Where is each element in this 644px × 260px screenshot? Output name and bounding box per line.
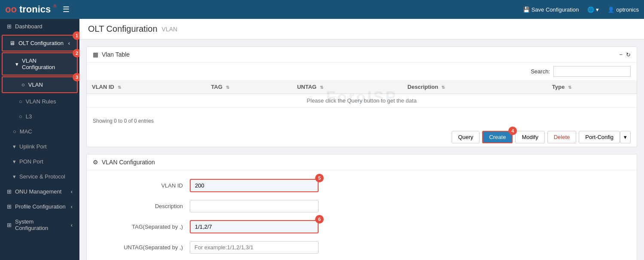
untag-input[interactable] bbox=[190, 241, 319, 254]
sidebar-item-pon-port[interactable]: ▾ PON Port bbox=[0, 154, 79, 169]
uplink-port-expand-icon: ▾ bbox=[13, 143, 16, 150]
pon-port-expand-icon: ▾ bbox=[13, 158, 16, 165]
sidebar-item-service-protocol[interactable]: ▾ Service & Protocol bbox=[0, 169, 79, 184]
sidebar-vlan-config-label: VLAN Configuration bbox=[22, 57, 70, 70]
query-button[interactable]: Query bbox=[452, 131, 480, 143]
vlan-form-header: ⚙ VLAN Configuration bbox=[87, 154, 637, 170]
sidebar-item-l3[interactable]: ○ L3 bbox=[0, 109, 79, 124]
sidebar-item-dashboard-label: Dashboard bbox=[15, 23, 43, 30]
vlan-form-title: VLAN Configuration bbox=[102, 159, 155, 166]
logo-part1: oo bbox=[5, 4, 17, 15]
topbar-left: ootronics® ☰ bbox=[5, 4, 70, 15]
table-empty-row: Please click the Query button to get the… bbox=[87, 94, 637, 108]
badge-1: 1 bbox=[73, 31, 79, 40]
system-icon: ⊞ bbox=[7, 222, 12, 228]
tag-input[interactable] bbox=[190, 220, 319, 233]
sort-untag-icon[interactable]: ⇅ bbox=[320, 85, 323, 90]
vlan-table-title: Vlan Table bbox=[102, 51, 130, 58]
sort-vlan-id-icon[interactable]: ⇅ bbox=[118, 85, 121, 90]
sidebar-profile-label: Profile Configuration bbox=[15, 203, 66, 210]
badge-5: 5 bbox=[315, 174, 324, 182]
vlan-table: VLAN ID ⇅ TAG ⇅ UNTAG ⇅ bbox=[87, 80, 637, 108]
sidebar-onu-label: ONU Management bbox=[15, 188, 61, 195]
badge-3: 3 bbox=[73, 73, 79, 82]
search-input[interactable] bbox=[553, 66, 631, 77]
vlan-id-row: VLAN ID 5 bbox=[104, 179, 620, 192]
col-type: Type ⇅ bbox=[547, 80, 637, 94]
l3-bullet-icon: ○ bbox=[19, 113, 22, 120]
topbar-right: 💾 Save Configuration 🌐 ▾ 👤 optronics bbox=[523, 6, 639, 13]
port-config-button-group: Port-Config ▾ bbox=[579, 131, 631, 143]
sort-desc-icon[interactable]: ⇅ bbox=[441, 85, 445, 90]
mac-bullet-icon: ○ bbox=[13, 128, 16, 135]
monitor-icon: 🖥 bbox=[9, 40, 15, 46]
tag-label: TAG(Separated by ,) bbox=[104, 224, 190, 230]
vlan-config-expand-icon: ▾ bbox=[15, 61, 18, 67]
sidebar-item-dashboard[interactable]: ⊞ Dashboard bbox=[0, 19, 79, 34]
sort-type-icon[interactable]: ⇅ bbox=[568, 85, 571, 90]
table-actions: Query Create 4 Modify Delete Port-Config… bbox=[87, 127, 637, 147]
tag-row: TAG(Separated by ,) 6 bbox=[104, 220, 620, 233]
vlan-id-input[interactable] bbox=[190, 179, 319, 192]
profile-collapse-icon: ‹ bbox=[71, 203, 73, 210]
table-info-text: Showing 0 to 0 of 0 entries bbox=[87, 115, 637, 127]
logo-part2: tronics bbox=[19, 4, 51, 15]
vlan-rules-bullet-icon: ○ bbox=[19, 98, 22, 105]
page-title: OLT Configuration bbox=[88, 24, 158, 34]
sidebar-item-onu-management[interactable]: ⊞ ONU Management ‹ bbox=[0, 184, 79, 199]
modify-button[interactable]: Modify bbox=[515, 131, 544, 143]
vlan-id-label: VLAN ID bbox=[104, 182, 190, 189]
sidebar-mac-label: MAC bbox=[20, 128, 32, 135]
sidebar-pon-label: PON Port bbox=[19, 158, 43, 165]
topbar: ootronics® ☰ 💾 Save Configuration 🌐 ▾ 👤 … bbox=[0, 0, 644, 19]
language-button[interactable]: 🌐 ▾ bbox=[587, 6, 599, 13]
untag-label: UNTAG(Separated by ,) bbox=[104, 244, 190, 251]
onu-collapse-icon: ‹ bbox=[71, 188, 73, 195]
user-button[interactable]: 👤 optronics bbox=[608, 6, 639, 13]
table-empty-message: Please click the Query button to get the… bbox=[87, 94, 637, 108]
table-container: ForoISP VLAN ID ⇅ TAG ⇅ bbox=[87, 80, 637, 115]
sidebar-item-vlan-config[interactable]: ▾ VLAN Configuration bbox=[3, 53, 77, 75]
minimize-icon[interactable]: − bbox=[619, 51, 623, 58]
sidebar-item-mac[interactable]: ○ MAC bbox=[0, 124, 79, 139]
service-expand-icon: ▾ bbox=[13, 173, 16, 180]
save-config-button[interactable]: 💾 Save Configuration bbox=[523, 6, 579, 13]
vlan-table-card-header: ▦ Vlan Table − ↻ bbox=[87, 47, 637, 63]
vlan-table-header-controls: − ↻ bbox=[619, 51, 631, 58]
sidebar: ⊞ Dashboard 🖥 OLT Configuration ‹ 1 ▾ VL… bbox=[0, 19, 79, 260]
sidebar-item-system-config[interactable]: ⊞ System Configuration ‹ bbox=[0, 214, 79, 236]
refresh-icon[interactable]: ↻ bbox=[626, 51, 631, 58]
sidebar-item-profile-config[interactable]: ⊞ Profile Configuration ‹ bbox=[0, 199, 79, 214]
port-config-button[interactable]: Port-Config bbox=[579, 131, 620, 143]
vlan-bullet-icon: ○ bbox=[21, 82, 25, 88]
port-config-dropdown-icon[interactable]: ▾ bbox=[620, 131, 631, 143]
sort-tag-icon[interactable]: ⇅ bbox=[226, 85, 229, 90]
sidebar-service-label: Service & Protocol bbox=[19, 173, 65, 180]
sidebar-item-uplink-port[interactable]: ▾ Uplink Port bbox=[0, 139, 79, 154]
sidebar-olt-config-label: OLT Configuration bbox=[18, 40, 64, 46]
untag-row: UNTAG(Separated by ,) bbox=[104, 241, 620, 254]
sidebar-vlan-label: VLAN bbox=[28, 82, 43, 88]
system-collapse-icon: ‹ bbox=[71, 222, 73, 228]
vlan-table-title-area: ▦ Vlan Table bbox=[93, 51, 130, 58]
dashboard-icon: ⊞ bbox=[7, 23, 12, 30]
sidebar-item-vlan-rules[interactable]: ○ VLAN Rules bbox=[0, 94, 79, 109]
vlan-id-field-wrapper: 5 bbox=[190, 179, 319, 192]
vlan-form-body: VLAN ID 5 Description TAG(Separated by ,… bbox=[87, 170, 637, 260]
page-header: OLT Configuration VLAN bbox=[79, 19, 644, 39]
sidebar-item-olt-config[interactable]: 🖥 OLT Configuration ‹ bbox=[3, 36, 77, 51]
col-tag: TAG ⇅ bbox=[206, 80, 292, 94]
sidebar-l3-label: L3 bbox=[26, 113, 32, 120]
delete-button[interactable]: Delete bbox=[547, 131, 577, 143]
create-button[interactable]: Create bbox=[482, 131, 513, 143]
sidebar-item-vlan[interactable]: ○ VLAN bbox=[3, 77, 77, 92]
col-description: Description ⇅ bbox=[402, 80, 547, 94]
badge-2: 2 bbox=[73, 49, 79, 57]
page-subtitle: VLAN bbox=[162, 26, 178, 33]
search-area: Search: bbox=[87, 63, 637, 80]
logo-dot: ® bbox=[53, 4, 56, 9]
profile-icon: ⊞ bbox=[7, 203, 12, 210]
description-input[interactable] bbox=[190, 200, 319, 212]
logo: ootronics® bbox=[5, 4, 57, 15]
hamburger-icon[interactable]: ☰ bbox=[63, 5, 70, 14]
